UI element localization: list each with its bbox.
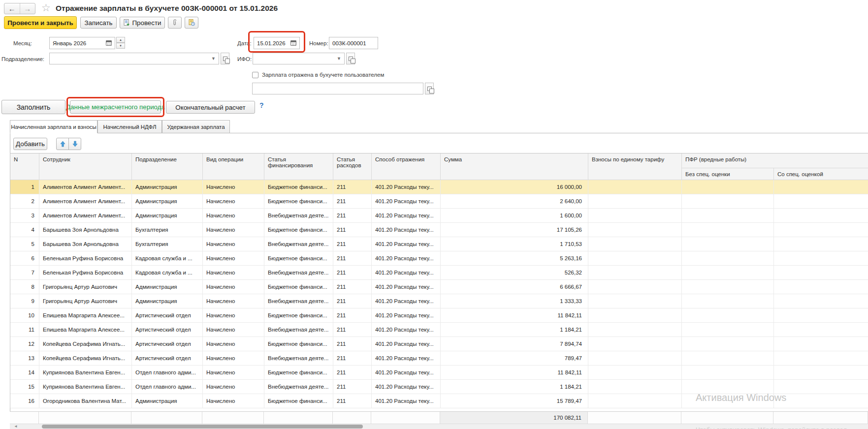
cell-expense[interactable]: 211 [333,280,372,294]
cell-pfr-with-assessment[interactable] [774,251,868,266]
cell-department[interactable]: Артистический отдел [132,351,203,366]
cell-tariff[interactable] [588,380,682,394]
cell-expense[interactable]: 211 [333,394,372,408]
cell-num[interactable]: 8 [10,280,39,294]
cell-num[interactable]: 12 [10,337,39,351]
cell-method[interactable]: 401.20 Расходы теку... [372,180,441,194]
cell-pfr-with-assessment[interactable] [774,180,868,194]
post-and-close-button[interactable]: Провести и закрыть [4,16,77,29]
cell-method[interactable]: 401.20 Расходы теку... [372,266,441,280]
cell-pfr-with-assessment[interactable] [774,380,868,394]
cell-department[interactable]: Артистический отдел [132,323,203,337]
cell-tariff[interactable] [588,194,682,209]
cell-pfr-with-assessment[interactable] [774,337,868,351]
table-row[interactable]: 14 Куприянова Валентина Евген... Отдел г… [10,366,868,380]
add-row-button[interactable]: Добавить [13,138,47,150]
table-row[interactable]: 8 Григорьянц Артур Ашотович Администраци… [10,280,868,294]
cell-tariff[interactable] [588,366,682,380]
cell-pfr-no-assessment[interactable] [682,351,774,366]
cell-sum[interactable]: 5 263,16 [441,251,588,266]
cell-num[interactable]: 16 [10,394,39,408]
month-input[interactable]: Январь 2026 [49,37,115,49]
cell-department[interactable]: Артистический отдел [132,337,203,351]
cell-expense[interactable]: 211 [333,366,372,380]
cell-financing[interactable]: Внебюджетная деяте... [264,380,333,394]
cell-sum[interactable]: 16 000,00 [441,180,588,194]
cell-pfr-with-assessment[interactable] [774,394,868,408]
cell-operation[interactable]: Начислено [203,351,264,366]
cell-operation[interactable]: Начислено [203,323,264,337]
cell-method[interactable]: 401.20 Расходы теку... [372,294,441,308]
cell-pfr-with-assessment[interactable] [774,237,868,251]
cell-employee[interactable]: Барышева Зоя Арнольдовна [39,237,132,251]
cell-expense[interactable]: 211 [333,323,372,337]
cell-expense[interactable]: 211 [333,251,372,266]
cell-num[interactable]: 15 [10,380,39,394]
date-input[interactable]: 15.01.2026 [254,37,300,49]
reflected-user-open-button[interactable] [425,83,434,94]
cell-employee[interactable]: Копейцева Серафима Игнать... [39,337,132,351]
cell-financing[interactable]: Бюджетное финанси... [264,366,333,380]
cell-pfr-no-assessment[interactable] [682,323,774,337]
cell-financing[interactable]: Бюджетное финанси... [264,308,333,323]
cell-expense[interactable]: 211 [333,194,372,209]
cell-method[interactable]: 401.20 Расходы теку... [372,251,441,266]
cell-tariff[interactable] [588,237,682,251]
favorite-star-icon[interactable]: ☆ [41,2,51,14]
cell-employee[interactable]: Епишева Маргарита Алексее... [39,308,132,323]
cell-pfr-with-assessment[interactable] [774,351,868,366]
cell-operation[interactable]: Начислено [203,337,264,351]
reflected-by-user-input[interactable] [252,83,423,94]
cell-sum[interactable]: 11 842,11 [441,366,588,380]
cell-sum[interactable]: 1 600,00 [441,209,588,223]
table-row[interactable]: 10 Епишева Маргарита Алексее... Артистич… [10,308,868,323]
cell-pfr-no-assessment[interactable] [682,280,774,294]
help-icon[interactable]: ? [259,101,264,109]
cell-pfr-with-assessment[interactable] [774,194,868,209]
cell-num[interactable]: 9 [10,294,39,308]
move-row-up-button[interactable] [56,138,69,150]
horizontal-scrollbar-thumb[interactable] [42,425,363,429]
cell-department[interactable]: Администрация [132,209,203,223]
back-arrow-button[interactable]: ← [4,3,20,14]
cell-operation[interactable]: Начислено [203,194,264,209]
cell-pfr-with-assessment[interactable] [774,294,868,308]
cell-expense[interactable]: 211 [333,351,372,366]
cell-department[interactable]: Отдел главного адми... [132,366,203,380]
table-row[interactable]: 6 Беленькая Руфина Борисовна Кадровая сл… [10,251,868,266]
cell-method[interactable]: 401.20 Расходы теку... [372,209,441,223]
forward-arrow-button[interactable]: → [20,3,35,14]
cell-expense[interactable]: 211 [333,237,372,251]
cell-employee[interactable]: Барышева Зоя Арнольдовна [39,223,132,237]
cell-employee[interactable]: Беленькая Руфина Борисовна [39,266,132,280]
cell-financing[interactable]: Бюджетное финанси... [264,180,333,194]
table-row[interactable]: 12 Копейцева Серафима Игнать... Артистич… [10,337,868,351]
cell-tariff[interactable] [588,351,682,366]
cell-expense[interactable]: 211 [333,337,372,351]
interim-period-data-button[interactable]: Данные межрасчетного периода [70,100,161,114]
cell-sum[interactable]: 1 184,21 [441,323,588,337]
cell-financing[interactable]: Бюджетное финанси... [264,280,333,294]
cell-tariff[interactable] [588,280,682,294]
cell-employee[interactable]: Куприянова Валентина Евген... [39,366,132,380]
cell-employee[interactable]: Алиментов Алимент Алимент... [39,209,132,223]
cell-sum[interactable]: 6 666,67 [441,280,588,294]
final-settlement-button[interactable]: Окончательный расчет [166,101,255,114]
cell-employee[interactable]: Алиментов Алимент Алимент... [39,180,132,194]
cell-num[interactable]: 13 [10,351,39,366]
table-row[interactable]: 11 Епишева Маргарита Алексее... Артистич… [10,323,868,337]
cell-pfr-with-assessment[interactable] [774,209,868,223]
cell-financing[interactable]: Внебюджетная деяте... [264,294,333,308]
cell-employee[interactable]: Алиментов Алимент Алимент... [39,194,132,209]
cell-tariff[interactable] [588,180,682,194]
department-open-button[interactable] [221,53,229,64]
table-row[interactable]: 5 Барышева Зоя Арнольдовна Бухгалтерия Н… [10,237,868,251]
cell-sum[interactable]: 2 640,00 [441,194,588,209]
cell-num[interactable]: 14 [10,366,39,380]
tab-withheld-salary[interactable]: Удержанная зарплата [162,120,230,133]
month-step-up-button[interactable]: ▲ [116,37,125,43]
cell-tariff[interactable] [588,209,682,223]
cell-employee[interactable]: Копейцева Серафима Игнать... [39,351,132,366]
cell-operation[interactable]: Начислено [203,251,264,266]
cell-sum[interactable]: 1 184,21 [441,380,588,394]
